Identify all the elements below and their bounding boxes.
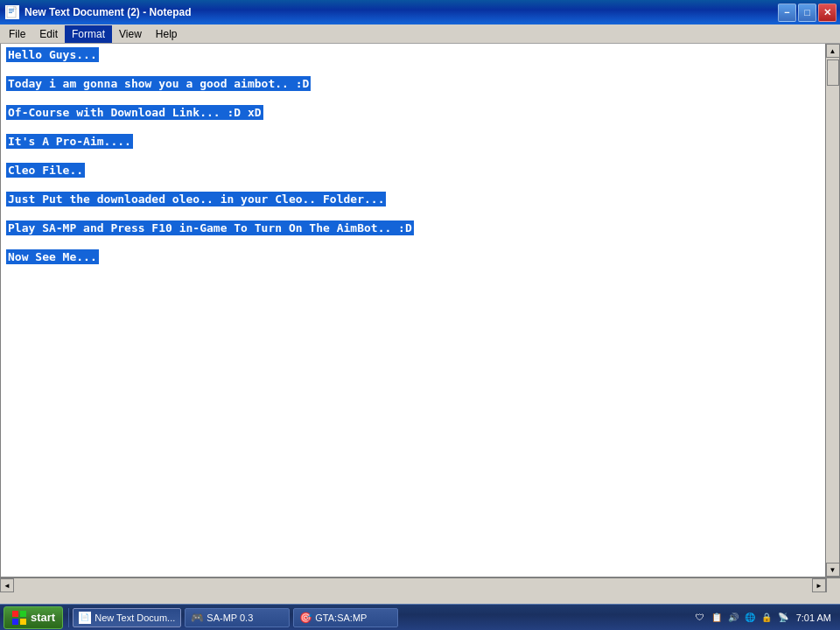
scroll-track-horizontal[interactable] [14, 578, 812, 591]
text-content[interactable]: Hello Guys... Today i am gonna show you … [1, 44, 824, 562]
tray-security-icon: 🛡 [693, 611, 707, 625]
title-bar-left: New Text Document (2) - Notepad [5, 5, 191, 19]
scroll-thumb-vertical[interactable] [827, 60, 839, 86]
svg-rect-6 [12, 611, 18, 617]
menu-view[interactable]: View [112, 25, 149, 43]
taskbar-gta-label: GTA:SA:MP [315, 612, 367, 623]
scroll-left-arrow[interactable]: ◄ [0, 578, 14, 592]
menu-edit[interactable]: Edit [32, 25, 65, 43]
text-line-2: Today i am gonna show you a good aimbot.… [6, 76, 311, 91]
tray-network-icon: 🌐 [743, 611, 757, 625]
text-line-5: Cleo File.. [6, 163, 85, 178]
taskbar-samp-label: SA-MP 0.3 [206, 612, 253, 623]
samp-taskbar-icon: 🎮 [191, 612, 203, 624]
editor-wrapper: Hello Guys... Today i am gonna show you … [0, 44, 840, 604]
svg-rect-2 [9, 10, 14, 11]
horizontal-scrollbar[interactable]: ◄ ► [0, 578, 840, 592]
menu-bar: File Edit Format View Help [0, 24, 840, 44]
notepad-taskbar-icon: 📄 [79, 612, 91, 624]
taskbar-samp-button[interactable]: 🎮 SA-MP 0.3 [185, 608, 290, 627]
start-button[interactable]: start [4, 606, 63, 629]
maximize-button[interactable]: □ [798, 4, 816, 22]
title-buttons: − □ ✕ [778, 4, 836, 22]
windows-logo-icon [11, 610, 27, 626]
text-block-1: Hello Guys... [6, 47, 821, 66]
vertical-scrollbar[interactable]: ▲ ▼ [825, 44, 839, 577]
text-line-8: Now See Me... [6, 249, 99, 264]
text-block-5: Cleo File.. [6, 163, 821, 181]
system-tray: 🛡 📋 🔊 🌐 🔒 📡 7:01 AM [693, 611, 840, 625]
taskbar: start 📄 New Text Docum... 🎮 SA-MP 0.3 🎯 … [0, 604, 840, 630]
close-button[interactable]: ✕ [818, 4, 836, 22]
taskbar-divider [68, 608, 69, 627]
menu-help[interactable]: Help [149, 25, 185, 43]
taskbar-gta-button[interactable]: 🎯 GTA:SA:MP [293, 608, 398, 627]
taskbar-notepad-button[interactable]: 📄 New Text Docum... [73, 608, 181, 627]
menu-format[interactable]: Format [65, 25, 112, 43]
taskbar-notepad-label: New Text Docum... [94, 612, 175, 623]
tray-clipboard-icon: 📋 [710, 611, 724, 625]
notepad-icon [5, 5, 19, 19]
text-line-1: Hello Guys... [6, 47, 99, 62]
start-label: start [31, 611, 55, 624]
scroll-right-arrow[interactable]: ► [812, 578, 826, 592]
text-block-6: Just Put the downloaded oleo.. in your C… [6, 192, 821, 210]
scroll-up-arrow[interactable]: ▲ [826, 44, 840, 58]
text-block-3: Of-Course with Download Link... :D xD [6, 105, 821, 123]
minimize-button[interactable]: − [778, 4, 796, 22]
tray-volume-icon: 🔊 [726, 611, 740, 625]
title-bar: New Text Document (2) - Notepad − □ ✕ [0, 0, 840, 24]
menu-file[interactable]: File [2, 25, 32, 43]
svg-rect-9 [20, 619, 26, 625]
text-line-7: Play SA-MP and Press F10 in-Game To Turn… [6, 220, 414, 235]
svg-rect-8 [12, 619, 18, 625]
text-block-8: Now See Me... [6, 249, 821, 268]
scroll-down-arrow[interactable]: ▼ [826, 563, 840, 577]
text-block-2: Today i am gonna show you a good aimbot.… [6, 76, 821, 94]
text-line-3: Of-Course with Download Link... :D xD [6, 105, 263, 120]
gta-taskbar-icon: 🎯 [299, 612, 312, 624]
scroll-corner [826, 578, 840, 592]
system-clock: 7:01 AM [793, 612, 835, 623]
svg-rect-3 [9, 12, 12, 13]
text-line-4: It's A Pro-Aim.... [6, 134, 133, 149]
text-block-4: It's A Pro-Aim.... [6, 134, 821, 152]
svg-rect-7 [20, 611, 26, 617]
text-line-6: Just Put the downloaded oleo.. in your C… [6, 192, 386, 206]
tray-signal-icon: 📡 [776, 611, 790, 625]
window-title: New Text Document (2) - Notepad [24, 6, 191, 18]
text-block-7: Play SA-MP and Press F10 in-Game To Turn… [6, 220, 821, 239]
tray-lock-icon: 🔒 [760, 611, 774, 625]
svg-rect-1 [9, 9, 14, 10]
editor-container[interactable]: Hello Guys... Today i am gonna show you … [0, 44, 840, 578]
